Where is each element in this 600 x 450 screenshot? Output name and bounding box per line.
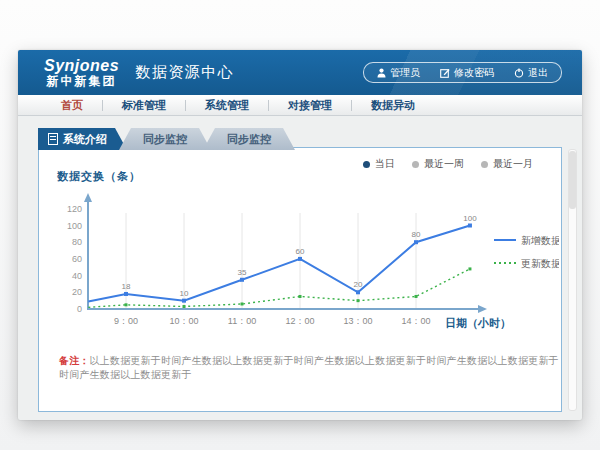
app-window: Synjones 新中新集团 数据资源中心 管理员 修改密码 退出 首页 标准管… [18,50,582,420]
company-logo: Synjones 新中新集团 [44,57,119,88]
svg-text:60: 60 [72,254,82,264]
chart-panel: 当日 最近一周 最近一月 数据交换（条） 0204060801001209：00… [38,147,562,412]
radio-dot [412,161,419,168]
svg-text:40: 40 [72,271,82,281]
tab-sync-monitor-2[interactable]: 同步监控 [203,128,295,150]
page-title: 数据资源中心 [135,63,234,82]
svg-text:12：00: 12：00 [285,316,314,326]
svg-text:10: 10 [180,289,189,298]
svg-text:80: 80 [72,237,82,247]
y-axis-title: 数据交换（条） [57,169,141,184]
admin-user-button[interactable]: 管理员 [377,66,420,80]
power-icon [514,68,524,78]
svg-text:更新数据: 更新数据 [521,258,559,269]
footnote: 备注：以上数据更新于时间产生数据以上数据更新于时间产生数据以上数据更新于时间产生… [59,354,561,382]
logo-text-en: Synjones [44,57,119,75]
logout-button[interactable]: 退出 [514,66,548,80]
svg-text:20: 20 [354,280,363,289]
svg-text:80: 80 [412,230,421,239]
nav-item-standard-mgmt[interactable]: 标准管理 [103,98,185,113]
range-option-today[interactable]: 当日 [363,157,395,171]
svg-text:0: 0 [77,304,82,314]
header-bar: Synjones 新中新集团 数据资源中心 管理员 修改密码 退出 [18,50,582,95]
radio-dot [481,161,488,168]
svg-text:10：00: 10：00 [169,316,198,326]
svg-text:14：00: 14：00 [401,316,430,326]
tab-sync-monitor-1[interactable]: 同步监控 [119,128,211,150]
scrollbar-thumb[interactable] [569,151,576,209]
range-option-last-week[interactable]: 最近一周 [412,157,464,171]
svg-text:11：00: 11：00 [228,316,256,326]
vertical-scrollbar[interactable] [568,149,577,411]
range-option-last-month[interactable]: 最近一月 [481,157,533,171]
line-chart: 0204060801001209：0010：0011：0012：0013：001… [47,186,559,338]
header-actions: 管理员 修改密码 退出 [363,62,562,83]
nav-item-system-mgmt[interactable]: 系统管理 [186,98,268,113]
main-nav: 首页 标准管理 系统管理 对接管理 数据异动 [18,95,582,116]
nav-item-data-change[interactable]: 数据异动 [352,98,434,113]
tab-bar: 系统介绍 同步监控 同步监控 [38,128,295,150]
range-selector: 当日 最近一周 最近一月 [363,157,533,171]
svg-text:100: 100 [67,221,82,231]
document-icon [48,133,58,145]
svg-text:13：00: 13：00 [343,316,372,326]
footnote-prefix: 备注： [59,355,90,366]
nav-item-interface-mgmt[interactable]: 对接管理 [269,98,351,113]
svg-text:100: 100 [463,214,477,223]
edit-icon [440,68,450,78]
svg-text:日期（小时）: 日期（小时） [445,317,511,330]
change-password-button[interactable]: 修改密码 [440,66,494,80]
svg-text:120: 120 [67,204,82,214]
svg-text:20: 20 [72,287,82,297]
tab-system-intro[interactable]: 系统介绍 [38,128,127,150]
logo-text-cn: 新中新集团 [44,75,119,88]
svg-text:18: 18 [122,282,131,291]
svg-text:35: 35 [238,268,247,277]
user-icon [377,68,386,78]
svg-text:9：00: 9：00 [114,316,138,326]
nav-item-home[interactable]: 首页 [42,98,102,113]
svg-text:60: 60 [296,247,305,256]
radio-dot-selected [363,161,370,168]
svg-text:新增数据: 新增数据 [521,235,559,246]
content-area: 系统介绍 同步监控 同步监控 当日 最近一周 最近一月 数据交换 [18,116,582,420]
